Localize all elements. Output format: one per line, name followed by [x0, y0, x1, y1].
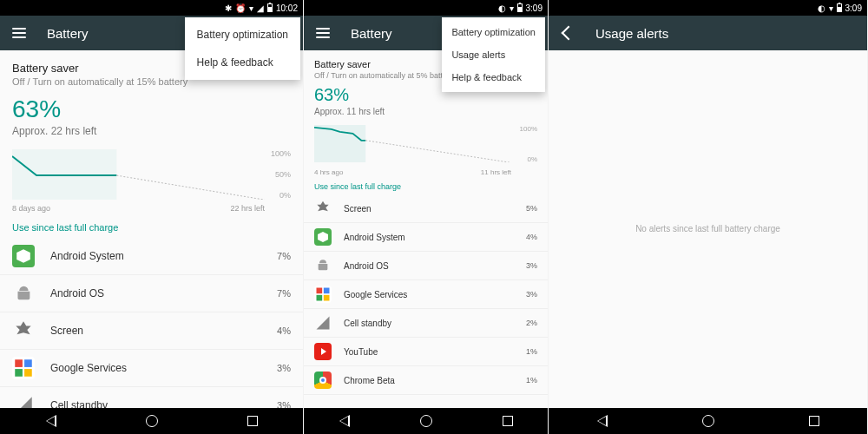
- phone-screenshot-3: ◐ ▾ 3:09 Usage alerts No alerts since la…: [549, 0, 868, 434]
- usage-percent: 4%: [277, 326, 291, 336]
- battery-icon: [517, 3, 523, 12]
- section-header: Use since last full charge: [0, 210, 303, 238]
- usage-percent: 3%: [526, 290, 537, 299]
- usage-label: Android OS: [50, 287, 277, 299]
- nav-recents-icon[interactable]: [247, 416, 258, 426]
- usage-percent: 4%: [526, 233, 537, 241]
- content[interactable]: Battery saver Off / Turn on automaticall…: [0, 50, 303, 424]
- navigation-bar: [304, 408, 548, 434]
- chart-y-labels: 100% 50% 0%: [271, 149, 291, 200]
- chart-future-line: [365, 141, 511, 163]
- empty-state-text: No alerts since last full battery charge: [549, 50, 867, 233]
- status-time: 3:09: [845, 3, 862, 13]
- svg-rect-1: [314, 125, 365, 162]
- usage-row[interactable]: Android System 4%: [304, 223, 548, 252]
- youtube-icon: [314, 343, 332, 360]
- app-bar: Usage alerts: [549, 16, 867, 50]
- navigation-bar: [549, 408, 867, 434]
- phone-screenshot-2: ◐ ▾ 3:09 Battery Battery optimization Us…: [304, 0, 549, 434]
- status-bar: ◐ ▾ 3:09: [549, 0, 867, 16]
- battery-percent: 63%: [0, 95, 303, 123]
- usage-percent: 1%: [526, 347, 537, 356]
- usage-row[interactable]: Android System 7%: [0, 238, 303, 275]
- usage-row[interactable]: Chrome Beta 1%: [304, 366, 548, 395]
- usage-label: Android OS: [344, 261, 526, 271]
- dnd-icon: ◐: [498, 3, 506, 13]
- nav-home-icon[interactable]: [146, 415, 158, 427]
- signal-icon: ◢: [257, 3, 264, 13]
- nav-back-icon[interactable]: [596, 415, 608, 427]
- battery-icon: [267, 3, 273, 12]
- usage-label: Google Services: [50, 362, 277, 374]
- usage-row[interactable]: Cell standby 2%: [304, 309, 548, 338]
- wifi-icon: ▾: [249, 3, 253, 13]
- status-bar: ✱ ⏰ ▾ ◢ 10:02: [0, 0, 303, 16]
- hamburger-icon[interactable]: [12, 28, 26, 38]
- usage-row[interactable]: YouTube 1%: [304, 338, 548, 366]
- nav-recents-icon[interactable]: [809, 416, 819, 426]
- time-remaining: Approx. 22 hrs left: [0, 123, 303, 144]
- nav-home-icon[interactable]: [420, 415, 432, 427]
- menu-item-help-feedback[interactable]: Help & feedback: [185, 49, 300, 76]
- section-header: Use since last full charge: [304, 174, 548, 194]
- google-services-icon: [12, 357, 35, 379]
- usage-row[interactable]: Google Services 3%: [0, 350, 303, 387]
- time-remaining: Approx. 11 hrs left: [304, 105, 548, 122]
- status-time: 3:09: [526, 3, 542, 13]
- usage-percent: 3%: [526, 261, 537, 270]
- app-bar-title: Usage alerts: [595, 26, 668, 41]
- screen-icon: [314, 200, 332, 217]
- bluetooth-icon: ✱: [225, 3, 232, 13]
- status-time: 10:02: [276, 3, 298, 13]
- usage-row[interactable]: Android OS 7%: [0, 275, 303, 312]
- content: No alerts since last full battery charge: [549, 50, 867, 408]
- battery-chart[interactable]: 100% 50% 0% 8 days ago 22 hrs left: [12, 149, 291, 210]
- app-bar-title: Battery: [47, 26, 89, 41]
- battery-chart[interactable]: 100% 0% 4 hrs ago 11 hrs left: [314, 125, 537, 174]
- back-arrow-icon[interactable]: [561, 26, 575, 40]
- usage-row[interactable]: Google Services 3%: [304, 280, 548, 309]
- usage-label: Screen: [50, 325, 277, 337]
- app-bar-title: Battery: [351, 26, 392, 41]
- usage-row[interactable]: Android OS 3%: [304, 252, 548, 280]
- usage-percent: 5%: [526, 204, 537, 213]
- screen-icon: [12, 319, 35, 342]
- nav-home-icon[interactable]: [702, 415, 714, 427]
- android-os-icon: [314, 257, 332, 274]
- dnd-icon: ◐: [818, 3, 825, 13]
- usage-percent: 7%: [277, 288, 291, 299]
- usage-label: Chrome Beta: [344, 376, 526, 385]
- alarm-icon: ⏰: [235, 3, 246, 13]
- usage-label: Screen: [344, 204, 526, 214]
- nav-back-icon[interactable]: [45, 415, 56, 427]
- wifi-icon: ▾: [829, 3, 833, 13]
- chart-x-labels: 8 days ago 22 hrs left: [12, 204, 265, 213]
- overflow-menu: Battery optimization Help & feedback: [185, 17, 300, 80]
- usage-row[interactable]: Screen 5%: [304, 194, 548, 223]
- menu-item-usage-alerts[interactable]: Usage alerts: [442, 43, 545, 66]
- menu-item-battery-optimization[interactable]: Battery optimization: [442, 21, 545, 43]
- menu-item-battery-optimization[interactable]: Battery optimization: [185, 21, 300, 49]
- chart-y-labels: 100% 0%: [520, 125, 537, 163]
- nav-back-icon[interactable]: [339, 415, 350, 427]
- cell-standby-icon: [314, 314, 332, 332]
- usage-percent: 7%: [277, 251, 291, 261]
- usage-row[interactable]: Screen 4%: [0, 312, 303, 350]
- battery-icon: [837, 3, 842, 12]
- usage-label: Android System: [50, 250, 277, 262]
- content[interactable]: Battery saver Off / Turn on automaticall…: [304, 50, 548, 395]
- overflow-menu: Battery optimization Usage alerts Help &…: [442, 17, 545, 92]
- hamburger-icon[interactable]: [316, 28, 330, 38]
- android-os-icon: [12, 282, 35, 305]
- usage-percent: 1%: [526, 376, 537, 385]
- google-services-icon: [314, 286, 332, 303]
- navigation-bar: [0, 408, 303, 434]
- usage-percent: 3%: [277, 363, 291, 373]
- menu-item-help-feedback[interactable]: Help & feedback: [442, 66, 545, 89]
- usage-percent: 2%: [526, 319, 537, 327]
- nav-recents-icon[interactable]: [503, 416, 513, 426]
- chart-future-line: [116, 175, 265, 200]
- usage-label: YouTube: [344, 347, 526, 357]
- chrome-beta-icon: [314, 372, 332, 389]
- usage-label: Cell standby: [344, 319, 526, 328]
